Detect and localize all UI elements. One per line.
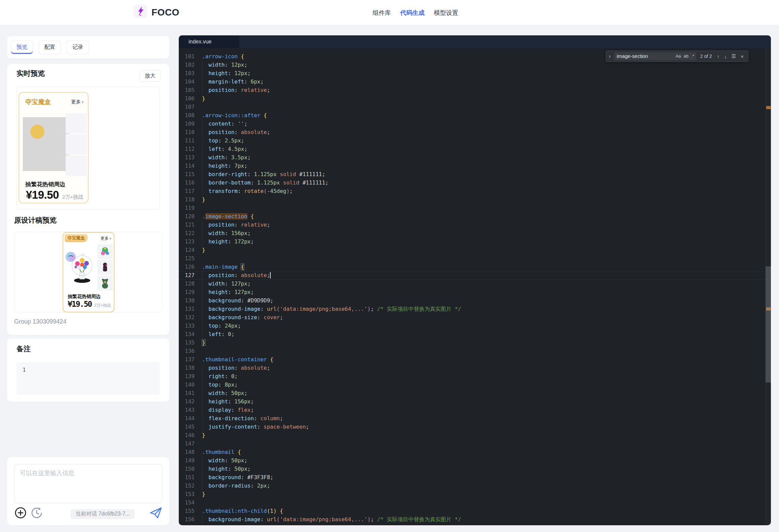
- code-line[interactable]: 118}: [179, 195, 771, 204]
- whole-word-icon[interactable]: ab: [684, 52, 688, 60]
- notes-textarea[interactable]: 1: [16, 362, 160, 395]
- code-line[interactable]: 113 width: 3.5px;: [179, 153, 771, 162]
- code-line[interactable]: 126.main-image {: [179, 263, 771, 271]
- code-line[interactable]: 137.thumbnail-container {: [179, 355, 771, 364]
- editor-scrollbar[interactable]: [765, 48, 771, 525]
- nav-model-settings[interactable]: 模型设置: [434, 9, 458, 17]
- line-text: left: 4.5px;: [202, 146, 247, 152]
- code-line[interactable]: 136: [179, 347, 771, 355]
- code-line[interactable]: 153}: [179, 490, 771, 498]
- main-image-placeholder: [23, 117, 66, 171]
- code-line[interactable]: 131 background-image: url('data:image/pn…: [179, 305, 771, 313]
- code-line[interactable]: 128 width: 127px;: [179, 279, 771, 288]
- code-line[interactable]: 103 height: 12px;: [179, 69, 771, 77]
- code-line[interactable]: 108.arrow-icon::after {: [179, 111, 771, 120]
- code-line[interactable]: 111 top: 2.5px;: [179, 136, 771, 145]
- session-badge[interactable]: 当前对话 7dc6fb23-7...: [71, 509, 135, 519]
- line-text: background-size: cover;: [202, 314, 283, 321]
- code-line[interactable]: 138 position: absolute;: [179, 364, 771, 372]
- code-area[interactable]: 101.arrow-icon {102 width: 12px;103 heig…: [179, 48, 771, 525]
- scrollbar-thumb[interactable]: [766, 266, 771, 383]
- code-line[interactable]: 133 top: 24px;: [179, 322, 771, 330]
- send-button[interactable]: [149, 506, 162, 519]
- code-line[interactable]: 129 height: 127px;: [179, 288, 771, 296]
- challenge-label: 2万+挑战: [62, 194, 83, 200]
- code-line[interactable]: 134 left: 0;: [179, 330, 771, 338]
- code-line[interactable]: 130 background: #D9D9D9;: [179, 296, 771, 305]
- find-widget: › image-section Aa ab .* 2 of 2 ↑ ↓ ☰ ×: [606, 51, 748, 62]
- holographic-sticker: [65, 252, 76, 262]
- code-line[interactable]: 106}: [179, 94, 771, 103]
- code-line[interactable]: 120.image-section {: [179, 212, 771, 221]
- code-line[interactable]: 144 flex-direction: column;: [179, 414, 771, 423]
- code-line[interactable]: 152 border-radius: 2px;: [179, 481, 771, 490]
- nav-code-generation[interactable]: 代码生成: [400, 9, 425, 17]
- code-line[interactable]: 123 height: 172px;: [179, 237, 771, 246]
- code-line[interactable]: 122 width: 156px;: [179, 229, 771, 237]
- code-line[interactable]: 142 height: 156px;: [179, 397, 771, 406]
- find-in-selection-icon[interactable]: ☰: [731, 53, 737, 59]
- toggle-replace-chevron-icon[interactable]: ›: [608, 53, 611, 59]
- live-preview-component[interactable]: 夺宝魔盒 更多 › 抽繁花热销周边 ¥19.50 2万+挑战: [19, 92, 89, 203]
- code-line[interactable]: 107: [179, 103, 771, 111]
- code-line[interactable]: 112 left: 4.5px;: [179, 145, 771, 153]
- code-line[interactable]: 154: [179, 498, 771, 507]
- code-line[interactable]: 141 width: 50px;: [179, 389, 771, 397]
- product-name: 抽繁花热销周边: [25, 180, 65, 188]
- code-line[interactable]: 105 position: relative;: [179, 86, 771, 94]
- nav-component-library[interactable]: 组件库: [373, 9, 391, 17]
- code-line[interactable]: 149 width: 50px;: [179, 456, 771, 465]
- send-icon: [149, 506, 162, 520]
- line-text: border-right: 1.125px solid #111111;: [202, 171, 325, 177]
- code-line[interactable]: 125: [179, 254, 771, 263]
- code-line[interactable]: 115 border-right: 1.125px solid #111111;: [179, 170, 771, 178]
- code-line[interactable]: 135}: [179, 338, 771, 347]
- code-line[interactable]: 147: [179, 439, 771, 448]
- search-match-marker: [766, 106, 771, 109]
- code-line[interactable]: 116 border-bottom: 1.125px solid #111111…: [179, 178, 771, 187]
- code-line[interactable]: 124}: [179, 246, 771, 254]
- find-input[interactable]: image-section Aa ab .*: [614, 52, 696, 60]
- code-line[interactable]: 140 top: 8px;: [179, 380, 771, 389]
- enlarge-button[interactable]: 放大: [140, 70, 161, 82]
- code-line[interactable]: 119: [179, 204, 771, 212]
- tab-preview[interactable]: 预览: [11, 40, 33, 54]
- code-line[interactable]: 109 content: '';: [179, 120, 771, 128]
- code-line[interactable]: 150 height: 50px;: [179, 465, 771, 473]
- code-line[interactable]: 143 display: flex;: [179, 406, 771, 414]
- tab-config[interactable]: 配置: [39, 40, 61, 54]
- code-line[interactable]: 121 position: relative;: [179, 221, 771, 229]
- code-line[interactable]: 132 background-size: cover;: [179, 313, 771, 322]
- code-line[interactable]: 156 background-image: url('data:image/pn…: [179, 515, 771, 524]
- match-case-icon[interactable]: Aa: [676, 52, 681, 60]
- tab-history[interactable]: 记录: [67, 40, 89, 54]
- code-line[interactable]: 117 transform: rotate(-45deg);: [179, 187, 771, 195]
- design-badge: 夺宝魔盒: [65, 234, 88, 242]
- text-cursor: [270, 272, 271, 278]
- regex-icon[interactable]: .*: [691, 52, 694, 60]
- code-line[interactable]: 139 right: 0;: [179, 372, 771, 380]
- line-number: 154: [179, 498, 195, 507]
- find-next-icon[interactable]: ↓: [723, 54, 728, 59]
- code-line[interactable]: 110 position: absolute;: [179, 128, 771, 136]
- history-button[interactable]: [30, 506, 43, 519]
- code-line[interactable]: 151 background: #F3F3F8;: [179, 473, 771, 481]
- editor-tab-index-vue[interactable]: index.vue: [179, 35, 239, 48]
- code-line[interactable]: 146}: [179, 431, 771, 439]
- code-line[interactable]: 114 height: 7px;: [179, 162, 771, 170]
- lightning-bolt-icon: [136, 6, 145, 16]
- code-line[interactable]: 148.thumbnail {: [179, 448, 771, 456]
- find-previous-icon[interactable]: ↑: [716, 54, 721, 59]
- line-text: height: 50px;: [202, 466, 251, 472]
- add-attachment-button[interactable]: [14, 506, 27, 519]
- code-line[interactable]: 145 justify-content: space-between;: [179, 423, 771, 431]
- foco-logo-icon[interactable]: [134, 5, 147, 18]
- line-number: 130: [179, 296, 195, 305]
- line-text: border-bottom: 1.125px solid #111111;: [202, 179, 329, 186]
- code-line[interactable]: 104 margin-left: 6px;: [179, 77, 771, 86]
- chat-message-input[interactable]: [14, 464, 162, 503]
- close-find-icon[interactable]: ×: [740, 54, 745, 59]
- code-line[interactable]: 155.thumbnail:nth-child(1) {: [179, 507, 771, 515]
- notes-content: 1: [23, 367, 26, 373]
- code-line[interactable]: 127 position: absolute;: [179, 271, 771, 279]
